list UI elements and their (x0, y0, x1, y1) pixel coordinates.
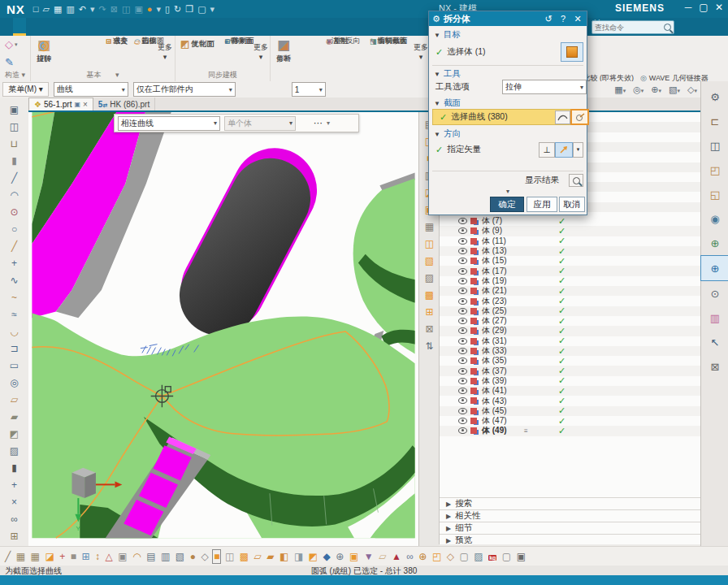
visibility-eye-icon[interactable] (458, 388, 467, 394)
sheet2-icon[interactable]: ▱ (379, 551, 386, 562)
strip-box7-icon[interactable]: ◫ (419, 235, 440, 252)
intersect-button[interactable]: ⊞求交 (106, 36, 128, 46)
part-icon[interactable]: ◰ (701, 158, 728, 182)
dialog-help-icon[interactable]: ? (557, 14, 569, 24)
record-icon[interactable]: ● (147, 4, 153, 14)
close-x-icon[interactable]: × (0, 493, 28, 510)
web-active-icon[interactable]: ⊕ (700, 255, 728, 281)
mass-kg-icon[interactable]: kg (488, 551, 496, 562)
target-section-header[interactable]: ▼目标 (434, 29, 461, 41)
touch-mode-icon[interactable]: ↻ (174, 4, 181, 15)
menu-item[interactable] (0, 18, 13, 36)
rectangle-icon[interactable]: ▭ (0, 357, 28, 374)
visibility-eye-icon[interactable] (458, 298, 467, 305)
microphone-icon[interactable]: ▯ (165, 4, 170, 15)
trim-button[interactable]: ◩剪断 (271, 37, 297, 64)
command-search-input[interactable] (592, 24, 664, 32)
cut-icon[interactable]: ⊠ (110, 4, 118, 15)
maximize-button[interactable]: ▢ (696, 2, 711, 13)
visibility-eye-icon[interactable] (458, 248, 467, 254)
point-line-icon[interactable]: ╱ (0, 237, 28, 254)
visibility-eye-icon[interactable] (458, 218, 467, 224)
navigator-row[interactable]: 体 (33) ≡ ✓ (440, 346, 701, 356)
box3-icon[interactable]: ◰ (432, 551, 441, 562)
visibility-eye-icon[interactable] (458, 348, 467, 354)
menu-button[interactable]: 菜单(M) ▾ (2, 82, 49, 97)
visibility-eye-icon[interactable] (458, 408, 467, 414)
more-button[interactable]: 更多▾ (154, 42, 176, 61)
menu-item[interactable] (117, 18, 130, 36)
sketch-line-icon[interactable]: ╱ (5, 551, 11, 562)
shell-icon[interactable]: ▨ (0, 442, 28, 459)
visibility-eye-icon[interactable] (458, 427, 467, 434)
extrude-tool-icon[interactable]: ⊔ (0, 135, 28, 152)
direction-section-header[interactable]: ▼方向 (434, 128, 461, 140)
sphere-icon[interactable]: ● (190, 551, 196, 562)
white-box-icon[interactable]: ◫ (225, 551, 234, 562)
draw-shape-button[interactable]: ∿绘制形状 (370, 36, 407, 46)
studio-spline-icon[interactable]: ~ (0, 288, 28, 306)
strip-box12-icon[interactable]: ⊠ (419, 320, 440, 337)
history-clock-icon[interactable]: ⊙ (701, 281, 728, 306)
bridge-curve-icon[interactable]: ◡ (0, 323, 28, 340)
navigator-row[interactable]: 体 (15) ≡ ✓ (440, 256, 701, 266)
menu-item[interactable] (39, 18, 52, 36)
layer-orange-icon[interactable]: ▩ (240, 551, 249, 562)
menu-item[interactable] (156, 18, 169, 36)
visibility-eye-icon[interactable] (458, 238, 467, 245)
dialog-collapse-arrow[interactable]: ▾ (429, 187, 587, 195)
curve-option-button[interactable] (555, 110, 570, 124)
sketch-curve-icon[interactable]: ✎ (5, 57, 14, 67)
close-button[interactable]: ✕ (712, 2, 726, 13)
navigator-collapsed-panel[interactable]: ▶ 细节 (440, 522, 701, 534)
chain-icon[interactable]: ∞ (406, 551, 414, 562)
body-box-icon[interactable]: ■ (71, 551, 76, 562)
menu-item[interactable] (130, 18, 143, 36)
select-body-button[interactable] (561, 42, 583, 62)
navigator-row[interactable]: 体 (19) ≡ ✓ (440, 276, 701, 286)
navigator-collapsed-panel[interactable]: ▶ 预览 (440, 534, 701, 544)
pin-icon[interactable]: ▣ (74, 101, 80, 108)
show-result-row[interactable]: 显示结果 (429, 174, 587, 187)
menu-item[interactable] (13, 18, 26, 36)
save-icon[interactable]: ▦ (54, 4, 62, 15)
cylinder-icon[interactable]: ▮ (0, 152, 28, 169)
red-blue-peaks-icon[interactable]: ▲ (392, 551, 401, 562)
graphics-window[interactable]: Y 相连曲线▾ 单个体▾ ⋯ ▾ (28, 112, 419, 546)
sketch-section-button[interactable] (570, 109, 589, 125)
undo-dropdown-icon[interactable]: ▾ (90, 4, 95, 15)
tiny4-icon[interactable]: ▢ (502, 551, 511, 562)
navigator-row[interactable]: 体 (47) ≡ ✓ (440, 416, 701, 426)
face2-icon[interactable]: ▰ (266, 551, 274, 562)
visibility-eye-icon[interactable] (458, 258, 467, 264)
layers3-icon[interactable]: ▧ (176, 551, 184, 562)
settings-gear-icon[interactable]: ⚙ (701, 84, 728, 109)
arc-icon[interactable]: ◠ (0, 186, 28, 203)
tab-hk-86[interactable]: 5⇄ HK (86).prt (93, 98, 155, 110)
menu-item[interactable] (143, 18, 156, 36)
point-icon[interactable]: + (0, 254, 28, 271)
new-file-icon[interactable]: □ (33, 4, 39, 14)
blue-axis-icon[interactable]: ◆ (323, 551, 331, 562)
curve-rule-combo[interactable]: 相连曲线▾ (118, 116, 220, 131)
redo-icon[interactable]: ↷ (99, 4, 106, 15)
face4-icon[interactable]: ◨ (294, 551, 303, 562)
navigator-row[interactable]: 体 (31) ≡ ✓ (440, 336, 701, 346)
swept-icon[interactable]: ▰ (0, 408, 28, 425)
layers1-icon[interactable]: ▤ (146, 551, 155, 562)
navigator-row[interactable]: 体 (35) ≡ ✓ (440, 356, 701, 366)
menu-item[interactable] (26, 18, 39, 36)
dialog-header[interactable]: ⚙ 拆分体 ↺ ? ✕ (429, 11, 587, 26)
tiny1-icon[interactable]: ◇ (447, 551, 454, 562)
section-view-icon[interactable]: ◫ (0, 118, 28, 135)
navigator-row[interactable]: 体 (17) ≡ ✓ (440, 266, 701, 275)
sheet-move-icon[interactable]: ◩ (309, 551, 318, 562)
animation-icon[interactable]: ▣ (0, 101, 28, 118)
visibility-eye-icon[interactable] (458, 268, 467, 275)
select-cursor-icon[interactable]: ↖ (701, 330, 728, 354)
navigator-row[interactable]: 体 (41) ≡ ✓ (440, 386, 701, 396)
menu-item[interactable] (65, 18, 78, 36)
bar-dropdown-icon[interactable]: ▾ (327, 119, 330, 127)
more-button[interactable]: 更多▾ (250, 42, 271, 61)
selection-filter-combo[interactable]: 曲线▾ (54, 82, 128, 97)
